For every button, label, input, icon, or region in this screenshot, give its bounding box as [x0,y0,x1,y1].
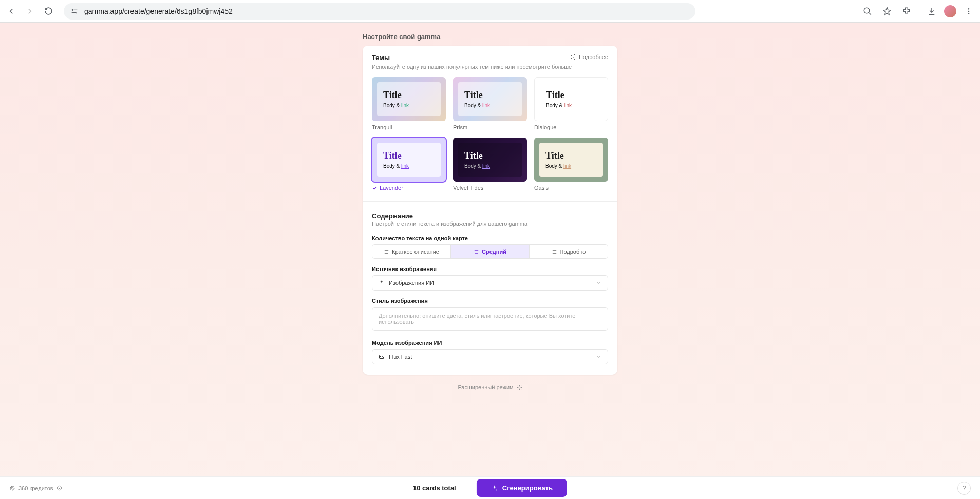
theme-name: Lavender [372,185,446,191]
url-text: gamma.app/create/generate/6s1g8fb0jmwj45… [84,7,233,15]
svg-point-5 [968,13,970,14]
content-subtitle: Настройте стили текста и изображений для… [372,221,608,227]
image-source-select[interactable]: Изображения ИИ [372,275,608,291]
zoom-icon[interactable] [860,4,875,18]
theme-name: Prism [453,124,527,130]
svg-point-2 [864,8,870,13]
forward-button[interactable] [23,4,37,18]
reload-button[interactable] [41,4,55,18]
text-amount-segmented: Краткое описание Средний Подробно [372,244,608,259]
text-amount-label: Количество текста на одной карте [372,235,608,241]
image-source-label: Источник изображения [372,266,608,272]
theme-name: Velvet Tides [453,185,527,191]
section-title: Настройте свой gamma [363,33,617,41]
check-icon [372,185,378,191]
theme-card-oasis[interactable]: Title Body & link Oasis [534,138,608,191]
theme-card-tranquil[interactable]: Title Body & link Tranquil [372,77,446,130]
profile-avatar[interactable] [944,5,956,17]
image-style-label: Стиль изображения [372,298,608,304]
image-style-input[interactable] [372,307,608,331]
align-left-icon [384,249,389,255]
theme-card-lavender[interactable]: Title Body & link Lavender [372,138,446,191]
image-model-label: Модель изображения ИИ [372,340,608,346]
text-amount-medium[interactable]: Средний [451,245,530,258]
back-button[interactable] [4,4,18,18]
theme-name: Dialogue [534,124,608,130]
advanced-mode-link[interactable]: Расширенный режим [458,384,522,390]
bookmark-icon[interactable] [880,4,894,18]
theme-card-dialogue[interactable]: Title Body & link Dialogue [534,77,608,130]
address-bar[interactable]: gamma.app/create/generate/6s1g8fb0jmwj45… [64,3,695,20]
theme-card-velvet[interactable]: Title Body & link Velvet Tides [453,138,527,191]
svg-point-1 [76,12,77,13]
settings-panel: Темы Подробнее Используйте одну из наших… [363,46,617,375]
gear-icon [517,385,522,390]
text-amount-brief[interactable]: Краткое описание [372,245,451,258]
image-icon [379,354,385,360]
sparkle-icon [379,280,385,286]
themes-more-link[interactable]: Подробнее [570,54,608,60]
themes-title: Темы [372,54,390,62]
svg-point-0 [72,9,73,10]
site-settings-icon[interactable] [70,7,79,16]
browser-toolbar: gamma.app/create/generate/6s1g8fb0jmwj45… [0,0,980,23]
menu-icon[interactable] [962,4,976,18]
theme-name: Oasis [534,185,608,191]
content-title: Содержание [372,212,608,220]
align-center-icon [474,249,479,255]
downloads-icon[interactable] [925,4,939,18]
themes-subtitle: Используйте одну из наших популярных тем… [372,64,608,70]
chevron-down-icon [595,280,601,286]
extensions-icon[interactable] [899,4,914,18]
align-justify-icon [552,249,557,255]
shuffle-icon [570,54,576,60]
chevron-down-icon [595,354,601,360]
svg-point-3 [968,8,970,10]
text-amount-detailed[interactable]: Подробно [530,245,608,258]
svg-point-7 [519,387,520,388]
theme-card-prism[interactable]: Title Body & link Prism [453,77,527,130]
image-model-select[interactable]: Flux Fast [372,349,608,364]
svg-point-4 [968,10,970,12]
theme-name: Tranquil [372,124,446,130]
